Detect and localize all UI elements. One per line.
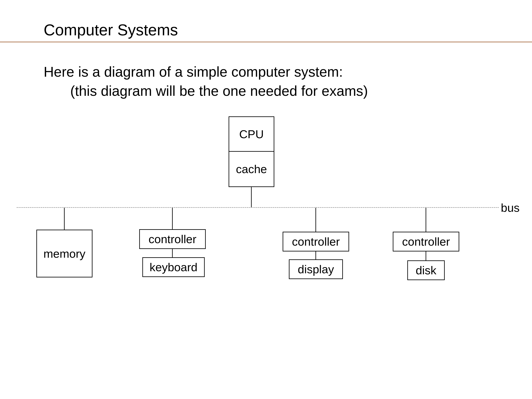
keyboard-controller-box: controller xyxy=(139,229,206,249)
display-box: display xyxy=(289,259,343,279)
connector-cache-bus xyxy=(251,187,252,207)
intro-line-2: (this diagram will be the one needed for… xyxy=(70,82,368,101)
cpu-label: CPU xyxy=(239,127,264,141)
bus-line xyxy=(17,207,499,208)
keyboard-label: keyboard xyxy=(150,260,197,274)
bus-label: bus xyxy=(501,201,519,215)
display-label: display xyxy=(298,262,334,276)
connector-controller-keyboard xyxy=(172,249,173,257)
connector-bus-keyboard-controller xyxy=(172,208,173,229)
system-diagram: CPU cache bus memory controller keyboard… xyxy=(17,116,515,304)
cache-box: cache xyxy=(228,152,274,187)
keyboard-controller-label: controller xyxy=(149,232,196,246)
connector-bus-disk-controller xyxy=(426,208,426,232)
cpu-box: CPU xyxy=(228,116,274,152)
disk-controller-label: controller xyxy=(402,235,450,248)
display-controller-label: controller xyxy=(292,235,340,248)
disk-box: disk xyxy=(407,260,445,280)
intro-text: Here is a diagram of a simple computer s… xyxy=(44,62,368,101)
title-rule xyxy=(0,42,532,42)
display-controller-box: controller xyxy=(283,232,349,252)
disk-label: disk xyxy=(416,264,437,277)
page-title: Computer Systems xyxy=(44,21,532,39)
connector-controller-display xyxy=(316,252,316,259)
cache-label: cache xyxy=(236,162,267,176)
disk-controller-box: controller xyxy=(393,232,459,252)
connector-bus-display-controller xyxy=(316,208,316,232)
connector-bus-memory xyxy=(64,208,65,230)
connector-controller-disk xyxy=(426,252,426,260)
memory-label: memory xyxy=(44,247,85,260)
keyboard-box: keyboard xyxy=(142,257,205,277)
title-section: Computer Systems xyxy=(0,0,532,39)
intro-line-1: Here is a diagram of a simple computer s… xyxy=(44,62,368,82)
memory-box: memory xyxy=(36,230,93,278)
